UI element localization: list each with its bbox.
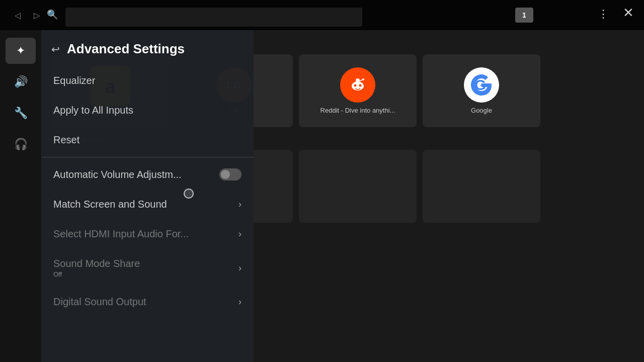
menu-item-sound-mode[interactable]: Sound Mode Share Off ›	[41, 249, 254, 287]
apply-all-label: Apply to All Inputs	[53, 105, 133, 116]
headphones-icon: 🎧	[14, 138, 28, 151]
panel-back-icon[interactable]: ↩	[51, 43, 60, 55]
menu-item-equalizer[interactable]: Equalizer	[41, 66, 254, 96]
digital-sound-label: Digital Sound Output	[53, 296, 146, 308]
equalizer-label: Equalizer	[53, 75, 95, 86]
nav-arrows: ◁ ▷	[10, 9, 44, 21]
match-screen-label: Match Screen and Sound	[53, 199, 167, 210]
sound-icon: 🔊	[14, 75, 28, 88]
empty-tile-3	[299, 150, 417, 223]
search-input[interactable]	[71, 13, 356, 22]
svg-point-3	[359, 84, 362, 87]
chevron-icon-sound-mode: ›	[238, 263, 242, 274]
menu-item-digital-sound[interactable]: Digital Sound Output ›	[41, 287, 254, 317]
menu-item-match-screen[interactable]: Match Screen and Sound ›	[41, 190, 254, 219]
settings-panel: ↩ Advanced Settings Equalizer Apply to A…	[41, 30, 254, 362]
search-icon: 🔍	[47, 9, 58, 20]
auto-volume-toggle[interactable]	[219, 168, 242, 180]
app-tile-reddit[interactable]: Reddit - Dive into anythi...	[299, 54, 417, 127]
sidebar-item-headphones[interactable]: 🎧	[6, 131, 36, 157]
sidebar: ✦ 🔊 🔧 🎧	[0, 30, 41, 362]
sidebar-item-tools[interactable]: 🔧	[6, 100, 36, 126]
tab-badge[interactable]: 1	[515, 8, 533, 23]
chevron-icon-match: ›	[238, 199, 242, 210]
svg-point-6	[362, 78, 364, 80]
app-tile-google[interactable]: G Google	[423, 54, 540, 127]
svg-text:G: G	[474, 76, 486, 93]
svg-point-4	[356, 78, 360, 82]
chevron-icon-digital: ›	[238, 297, 242, 307]
sound-mode-label: Sound Mode Share	[53, 258, 140, 269]
home-icon: ✦	[16, 44, 25, 57]
top-bar: ◁ ▷ 🔍 1 ⋮ ✕	[0, 0, 644, 30]
menu-item-apply-all[interactable]: Apply to All Inputs	[41, 96, 254, 125]
reddit-name: Reddit - Dive into anythi...	[320, 107, 395, 114]
reset-label: Reset	[53, 134, 79, 146]
google-name: Google	[471, 107, 492, 114]
empty-tile-4	[423, 150, 540, 223]
back-button[interactable]: ◁	[10, 9, 25, 21]
sound-mode-content: Sound Mode Share Off	[53, 258, 140, 278]
search-bar-container	[65, 8, 362, 27]
menu-item-hdmi-audio[interactable]: Select HDMI Input Audio For... ›	[41, 219, 254, 249]
sound-mode-value: Off	[53, 270, 140, 278]
toggle-knob	[221, 170, 230, 179]
tools-icon: 🔧	[14, 107, 28, 120]
forward-button[interactable]: ▷	[29, 9, 44, 21]
menu-item-auto-volume[interactable]: Automatic Volume Adjustm...	[41, 159, 254, 190]
hdmi-audio-label: Select HDMI Input Audio For...	[53, 228, 189, 240]
google-icon: G	[464, 67, 499, 103]
chevron-icon-hdmi: ›	[238, 229, 242, 239]
divider-1	[41, 157, 254, 157]
auto-volume-label: Automatic Volume Adjustm...	[53, 169, 182, 180]
reddit-icon	[340, 67, 375, 103]
close-icon[interactable]: ✕	[623, 5, 634, 21]
panel-header: ↩ Advanced Settings	[41, 30, 254, 66]
sidebar-item-home[interactable]: ✦	[6, 38, 36, 64]
menu-item-reset[interactable]: Reset	[41, 125, 254, 155]
sidebar-item-sound[interactable]: 🔊	[6, 69, 36, 95]
svg-point-2	[354, 84, 357, 87]
more-options-icon[interactable]: ⋮	[598, 8, 609, 21]
panel-title: Advanced Settings	[67, 41, 185, 57]
